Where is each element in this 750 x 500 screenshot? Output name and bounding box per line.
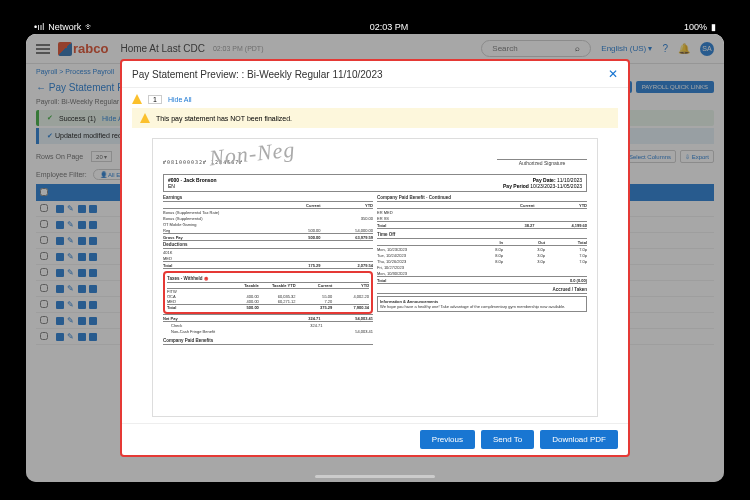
modal-hide-all[interactable]: Hide All	[168, 96, 192, 103]
warning-icon	[132, 94, 142, 104]
pay-statement-modal: Pay Statement Preview: : Bi-Weekly Regul…	[120, 59, 630, 457]
tablet-notch	[0, 222, 6, 278]
warn-count: 1	[148, 95, 162, 104]
employee-header: #000 - Jack BronsonPay Date: 11/10/2023 …	[163, 174, 587, 192]
warn-banner: This pay statement has NOT been finalize…	[132, 108, 618, 128]
wifi-icon: ᯤ	[85, 22, 94, 32]
previous-button[interactable]: Previous	[420, 430, 475, 449]
modal-backdrop: Pay Statement Preview: : Bi-Weekly Regul…	[26, 34, 724, 482]
send-to-button[interactable]: Send To	[481, 430, 534, 449]
signature-line: Authorized Signature	[497, 159, 587, 166]
warning-icon-2	[140, 113, 150, 123]
document-preview: Non-Neg ⑈081000032⑈ 1234567⑈ Authorized …	[152, 138, 598, 417]
close-icon[interactable]: ✕	[608, 67, 618, 81]
battery-icon: ▮	[711, 22, 716, 32]
modal-title: Pay Statement Preview: : Bi-Weekly Regul…	[132, 69, 383, 80]
battery-pct: 100%	[684, 22, 707, 32]
signal-icon: •ııl	[34, 22, 44, 32]
doc-left-column: Earnings CurrentYTD Bonus (Supplemental …	[163, 194, 373, 345]
taxes-highlight-box: Taxes - Withheld ◉ TaxableTaxable YTDCur…	[163, 271, 373, 314]
download-pdf-button[interactable]: Download PDF	[540, 430, 618, 449]
info-announcements: Information & Announcements We hope you …	[377, 296, 587, 312]
network-label: Network	[48, 22, 81, 32]
home-indicator[interactable]	[315, 475, 435, 478]
status-time: 02:03 PM	[370, 22, 409, 32]
doc-right-column: Company Paid Benefit - Continued Current…	[377, 194, 587, 345]
